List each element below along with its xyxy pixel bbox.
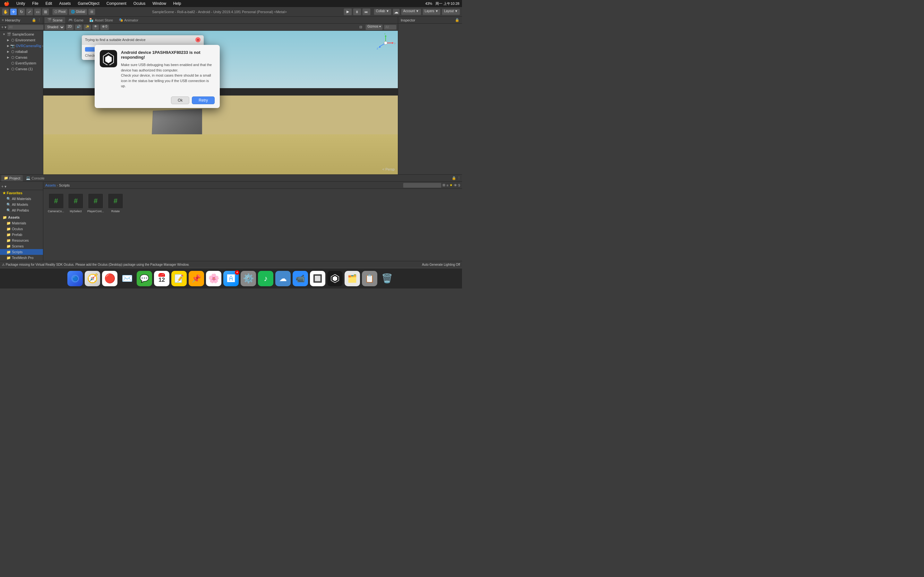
step-btn[interactable]: ⏭ — [362, 8, 371, 15]
assets-header[interactable]: 📁 Assets — [0, 214, 43, 220]
dock-prefs[interactable]: ⚙️ — [241, 271, 256, 286]
hier-item-environment[interactable]: ▶ ⬡ Environment — [0, 37, 43, 43]
breadcrumb-assets[interactable]: Assets — [45, 183, 56, 187]
dock-appstore[interactable]: 🅰 4 — [223, 271, 239, 286]
dock-zoom[interactable]: 📹 — [292, 271, 308, 286]
shade-mode-select[interactable]: Shaded — [45, 24, 65, 30]
dock-chrome[interactable]: 🔴 — [102, 271, 118, 286]
menu-oculus[interactable]: Oculus — [132, 1, 147, 6]
all-materials-item[interactable]: 🔍 All Materials — [0, 196, 43, 201]
dock-filelist[interactable]: 📋 — [362, 271, 377, 286]
dock-finder[interactable]: 🔵 — [67, 271, 83, 286]
hierarchy-lock[interactable]: 🔒 — [32, 18, 36, 22]
menu-edit[interactable]: Edit — [44, 1, 53, 6]
files-search[interactable] — [403, 183, 441, 188]
tab-game[interactable]: 🎮 Game — [66, 17, 86, 23]
assets-dropdown[interactable]: ▾ — [5, 184, 6, 189]
bottom-lock[interactable]: 🔒 — [452, 176, 456, 180]
error-dialog-retry-btn[interactable]: Retry — [192, 97, 215, 104]
scripts-item[interactable]: 📁 Scripts — [0, 249, 43, 255]
collab-btn[interactable]: Collab ▼ — [374, 9, 391, 15]
favorites-header[interactable]: ★ Favorites — [0, 190, 43, 196]
file-playercontroller[interactable]: # PlayerCont... — [86, 192, 105, 214]
hierarchy-dropdown[interactable]: ▾ — [5, 25, 6, 29]
prefab-item[interactable]: 📁 Prefab — [0, 232, 43, 237]
scene-search[interactable] — [384, 25, 397, 30]
dock-stickies[interactable]: 📌 — [189, 271, 204, 286]
dock-mail[interactable]: ✉️ — [120, 271, 135, 286]
progress-dialog-close[interactable]: ✕ — [195, 37, 200, 42]
dock-notes[interactable]: 📝 — [171, 271, 187, 286]
pivot-btn[interactable]: ⬡ Pivot — [52, 9, 68, 15]
occlusion-btn[interactable]: 👁 — [92, 24, 99, 30]
dock-unity-hub[interactable]: 🔲 — [310, 271, 325, 286]
cloud-btn[interactable]: ☁ — [393, 9, 400, 15]
list-view-icon[interactable]: ≡ — [446, 183, 448, 187]
grid-btn[interactable]: ⊟ — [88, 9, 95, 15]
scenes-item[interactable]: 📁 Scenes — [0, 243, 43, 249]
breadcrumb-scripts[interactable]: Scripts — [59, 183, 70, 187]
grid-view-icon[interactable]: ⊞ — [443, 183, 445, 187]
hier-item-samplescene[interactable]: ▼ 🎬 SampleScene — [0, 31, 43, 37]
menu-window[interactable]: Window — [151, 1, 168, 6]
hand-tool[interactable]: ✋ — [2, 8, 9, 15]
scene-view-mode[interactable]: ⊟ — [359, 25, 365, 30]
oculus-item[interactable]: 📁 Oculus — [0, 226, 43, 232]
assets-add-btn[interactable]: + — [1, 184, 3, 189]
play-btn[interactable]: ▶ — [344, 8, 352, 15]
bottom-menu[interactable]: ⋮ — [457, 176, 461, 180]
dock-photos[interactable]: 🌸 — [206, 271, 221, 286]
menu-help[interactable]: Help — [172, 1, 183, 6]
all-prefabs-item[interactable]: 🔍 All Prefabs — [0, 207, 43, 213]
hier-item-canvas[interactable]: ▶ ⬡ Canvas — [0, 55, 43, 60]
hier-item-rollaball[interactable]: ▶ ⬡ rollaball — [0, 49, 43, 55]
hierarchy-add-btn[interactable]: + — [1, 25, 3, 29]
apple-menu[interactable]: 🍎 — [3, 1, 11, 6]
dock-unity-editor[interactable] — [327, 271, 342, 286]
tab-project[interactable]: 📁 Project — [1, 175, 23, 181]
file-rotate[interactable]: # Rotate — [107, 192, 124, 214]
transform-tool[interactable]: ⊞ — [42, 8, 49, 15]
dock-wechat[interactable]: 💬 — [137, 271, 152, 286]
file-myselect[interactable]: # MySelect — [67, 192, 85, 214]
fx-btn[interactable]: ✨ — [83, 24, 91, 30]
scale-tool[interactable]: ⤢ — [26, 8, 33, 15]
all-models-item[interactable]: 🔍 All Models — [0, 201, 43, 207]
inspector-lock[interactable]: 🔒 — [455, 18, 459, 22]
pause-btn[interactable]: ⏸ — [353, 8, 361, 15]
hier-item-eventsystem[interactable]: ⬡ EventSystem — [0, 60, 43, 66]
file-cameracontroller[interactable]: # CameraCo... — [47, 192, 65, 214]
dock-spotify[interactable]: ♪ — [258, 271, 273, 286]
materials-item[interactable]: 📁 Materials — [0, 220, 43, 226]
tab-assetstore[interactable]: 🏪 Asset Store — [87, 17, 115, 23]
eye-icon[interactable]: 👁 — [454, 183, 457, 187]
textmesh-item[interactable]: 📁 TextMesh Pro — [0, 255, 43, 261]
favorite-icon[interactable]: ★ — [449, 183, 453, 187]
android-error-dialog[interactable]: Android device 1PASH9AXF80233 is not res… — [95, 45, 220, 108]
dock-safari[interactable]: 🧭 — [85, 271, 100, 286]
tab-scene[interactable]: 🎬 Scene — [45, 17, 65, 23]
dock-calendar[interactable]: 12月 12 — [154, 271, 170, 286]
hierarchy-menu[interactable]: ⋮ — [37, 18, 41, 22]
move-tool[interactable]: ✛ — [10, 8, 17, 15]
layers-count-btn[interactable]: ⊕ 0 — [100, 24, 109, 30]
resources-item[interactable]: 📁 Resources — [0, 237, 43, 243]
hier-item-canvas1[interactable]: ▶ ⬡ Canvas (1) — [0, 66, 43, 72]
menu-file[interactable]: File — [31, 1, 39, 6]
mode-2d-btn[interactable]: 2D — [66, 24, 74, 30]
hier-item-ovrcamerarig[interactable]: ▶ 📷 OVRCameraRig › — [0, 43, 43, 49]
gizmos-btn[interactable]: Gizmos ▾ — [365, 24, 383, 30]
tab-console[interactable]: 💻 Console — [23, 175, 47, 181]
dock-baidu[interactable]: ☁ — [275, 271, 291, 286]
global-btn[interactable]: 🌐 Global — [69, 9, 87, 15]
rect-tool[interactable]: ▭ — [34, 8, 41, 15]
tab-animator[interactable]: 🎭 Animator — [116, 17, 141, 23]
dock-files[interactable]: 🗂️ — [344, 271, 360, 286]
error-dialog-ok-btn[interactable]: Ok — [171, 97, 189, 104]
rotate-tool[interactable]: ↻ — [18, 8, 25, 15]
menu-component[interactable]: Component — [105, 1, 128, 6]
menu-unity[interactable]: Unity — [15, 1, 26, 6]
account-btn[interactable]: Account ▼ — [401, 9, 421, 15]
dock-trash[interactable]: 🗑️ — [379, 271, 395, 286]
menu-assets[interactable]: Assets — [58, 1, 72, 6]
